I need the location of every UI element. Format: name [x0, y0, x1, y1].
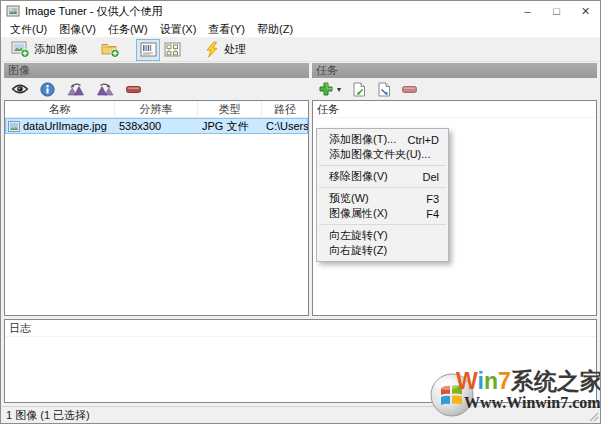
log-panel-header: 日志 — [5, 320, 596, 337]
tasks-panel-header: 任务 — [312, 63, 597, 78]
window-controls: – □ ✕ — [513, 1, 600, 21]
menu-image[interactable]: 图像(V) — [53, 21, 102, 38]
add-images-button[interactable]: 添加图像 — [5, 39, 84, 61]
image-file-icon — [8, 121, 20, 132]
images-panel-toolbar — [4, 78, 309, 100]
shortcut-label: Ctrl+D — [408, 134, 439, 146]
process-button[interactable]: 处理 — [198, 39, 252, 61]
menu-help[interactable]: 帮助(Z) — [251, 21, 299, 38]
column-header-type[interactable]: ˆ 类型 — [198, 101, 262, 117]
add-folder-button[interactable] — [98, 39, 122, 61]
menu-item-rotate-right[interactable]: 向右旋转(Z) — [317, 243, 448, 258]
table-row-selected[interactable]: dataUrlImage.jpg 538x300 JPG 文件 C:\Users… — [5, 118, 308, 134]
add-images-label: 添加图像 — [34, 42, 78, 57]
tasks-list-header: 任务 — [313, 101, 596, 118]
add-task-dropdown-caret-icon[interactable]: ▾ — [337, 85, 341, 94]
image-context-menu: 添加图像(T)... Ctrl+D 添加图像文件夹(U)... 移除图像(V) … — [316, 128, 449, 262]
status-text: 1 图像 (1 已选择) — [6, 408, 90, 423]
column-header-resolution[interactable]: 分辨率 — [115, 101, 198, 117]
resize-grip[interactable] — [587, 410, 599, 422]
menu-task[interactable]: 任务(W) — [102, 21, 154, 38]
status-bar: 1 图像 (1 已选择) — [1, 406, 600, 423]
window-title: Image Tuner - 仅供人个使用 — [25, 4, 163, 19]
menu-separator — [319, 224, 446, 225]
remove-image-minus-icon[interactable] — [126, 86, 141, 93]
image-properties-info-icon[interactable] — [40, 82, 55, 97]
maximize-button[interactable]: □ — [542, 1, 571, 21]
log-panel: 日志 — [4, 319, 597, 403]
tasks-panel-toolbar: ▾ — [312, 78, 597, 100]
images-table-header: 名称 分辨率 ˆ 类型 路径 — [5, 101, 308, 118]
rotate-right-icon[interactable] — [96, 82, 115, 96]
menu-separator — [319, 165, 446, 166]
images-panel: 图像 名称 — [4, 63, 309, 316]
menu-item-add-image[interactable]: 添加图像(T)... Ctrl+D — [317, 132, 448, 147]
shortcut-label: F4 — [426, 208, 439, 220]
export-tasks-icon[interactable] — [377, 82, 391, 97]
add-folder-icon — [101, 41, 120, 58]
menu-bar: 文件(U) 图像(V) 任务(W) 设置(X) 查看(Y) 帮助(Z) — [1, 21, 600, 38]
import-tasks-icon[interactable] — [352, 82, 366, 97]
details-view-icon — [140, 42, 157, 57]
sort-caret-icon: ˆ — [228, 100, 231, 107]
cell-name: dataUrlImage.jpg — [23, 120, 107, 132]
close-button[interactable]: ✕ — [571, 1, 600, 21]
menu-item-preview[interactable]: 预览(W) F3 — [317, 191, 448, 206]
shortcut-label: Del — [422, 171, 439, 183]
rotate-left-icon[interactable] — [66, 82, 85, 96]
main-toolbar: 添加图像 处理 — [1, 38, 600, 62]
menu-item-remove-image[interactable]: 移除图像(V) Del — [317, 169, 448, 184]
main-area: 图像 名称 — [4, 63, 597, 316]
remove-task-minus-icon[interactable] — [402, 86, 417, 93]
thumbnails-view-icon — [164, 42, 181, 57]
details-view-button[interactable] — [136, 39, 160, 61]
minimize-button[interactable]: – — [513, 1, 542, 21]
column-header-path[interactable]: 路径 — [262, 101, 308, 117]
process-label: 处理 — [224, 42, 246, 57]
images-panel-header: 图像 — [4, 63, 309, 78]
menu-item-add-image-folder[interactable]: 添加图像文件夹(U)... — [317, 147, 448, 162]
title-bar: Image Tuner - 仅供人个使用 – □ ✕ — [1, 1, 600, 21]
preview-eye-icon[interactable] — [11, 83, 29, 95]
cell-type: JPG 文件 — [198, 119, 262, 134]
menu-item-image-properties[interactable]: 图像属性(X) F4 — [317, 206, 448, 221]
add-task-plus-icon[interactable] — [319, 82, 333, 96]
column-header-name[interactable]: 名称 — [5, 101, 115, 117]
add-image-icon — [11, 41, 30, 58]
cell-path: C:\Users\... — [262, 120, 308, 132]
images-table: 名称 分辨率 ˆ 类型 路径 dataUrlImage.jpg — [4, 100, 309, 316]
menu-item-rotate-left[interactable]: 向左旋转(Y) — [317, 228, 448, 243]
thumbnails-view-button[interactable] — [160, 39, 184, 61]
lightning-bolt-icon — [204, 41, 220, 58]
image-tuner-window: Image Tuner - 仅供人个使用 – □ ✕ 文件(U) 图像(V) 任… — [0, 0, 601, 424]
menu-separator — [319, 187, 446, 188]
menu-view[interactable]: 查看(Y) — [202, 21, 251, 38]
menu-settings[interactable]: 设置(X) — [154, 21, 203, 38]
app-icon — [6, 4, 20, 18]
menu-file[interactable]: 文件(U) — [4, 21, 53, 38]
shortcut-label: F3 — [426, 193, 439, 205]
cell-resolution: 538x300 — [115, 120, 198, 132]
